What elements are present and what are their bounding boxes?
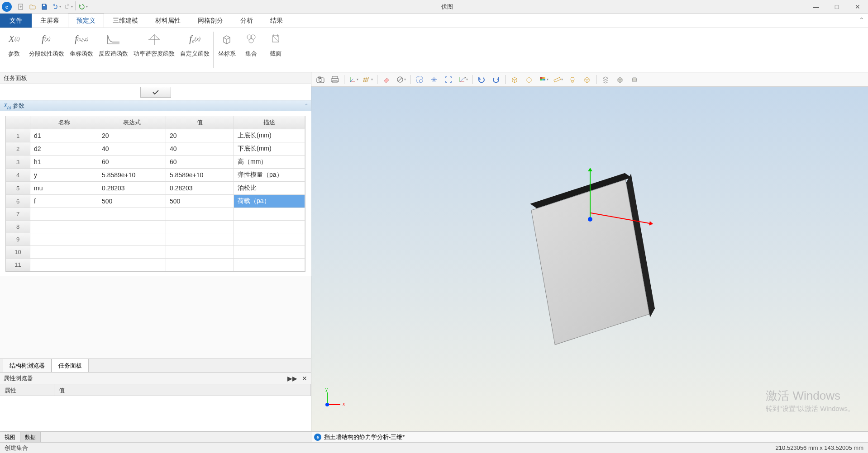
close-icon[interactable]: ✕ <box>302 375 307 382</box>
param-value-cell[interactable]: 5.8589e+10 <box>166 169 234 182</box>
empty-cell[interactable] <box>98 259 166 271</box>
heatmap-icon[interactable]: ▾ <box>537 74 550 85</box>
tab-task-panel[interactable]: 任务面板 <box>52 359 89 373</box>
3d-viewport[interactable]: 激活 Windows 转到"设置"以激活 Windows。 <box>311 87 868 431</box>
undo-icon[interactable]: ▾ <box>51 1 62 12</box>
ribbon-set[interactable]: 集合 <box>239 29 263 71</box>
col-header-description[interactable]: 描述 <box>234 116 305 129</box>
zoom-window-icon[interactable] <box>413 74 426 85</box>
minimize-button[interactable]: — <box>806 0 826 14</box>
redo-icon[interactable]: ▾ <box>62 1 73 12</box>
param-expr-cell[interactable]: 40 <box>98 142 166 156</box>
empty-cell[interactable] <box>98 233 166 246</box>
light-icon[interactable] <box>566 74 579 85</box>
parameters-section-header[interactable]: X(t) 参数 ⌃ <box>0 100 311 111</box>
empty-cell[interactable] <box>98 246 166 259</box>
empty-cell[interactable] <box>166 221 234 233</box>
ribbon-response-spectrum[interactable]: 反应谱函数 <box>96 29 131 71</box>
empty-cell[interactable] <box>98 221 166 233</box>
param-value-cell[interactable]: 0.28203 <box>166 182 234 195</box>
tab-material[interactable]: 材料属性 <box>147 14 189 28</box>
param-desc-cell[interactable]: 弹性模量（pa） <box>234 169 305 182</box>
empty-cell[interactable] <box>234 221 305 233</box>
layers-icon[interactable] <box>599 74 612 85</box>
tab-file[interactable]: 文件 <box>0 14 32 28</box>
document-name[interactable]: 挡土墙结构的静力学分析-三维* <box>324 433 405 441</box>
forbidden-icon[interactable]: ▾ <box>395 74 407 85</box>
param-expr-cell[interactable]: 500 <box>98 195 166 208</box>
empty-cell[interactable] <box>234 208 305 221</box>
tab-results[interactable]: 结果 <box>262 14 291 28</box>
prop-col-value[interactable]: 值 <box>54 384 311 396</box>
chevron-up-icon[interactable]: ⌃ <box>305 103 308 108</box>
isometric-icon[interactable] <box>614 74 626 85</box>
redo-view-icon[interactable] <box>490 74 502 85</box>
empty-cell[interactable] <box>234 246 305 259</box>
param-value-cell[interactable]: 20 <box>166 129 234 142</box>
maximize-button[interactable]: □ <box>826 0 847 14</box>
param-value-cell[interactable]: 40 <box>166 142 234 156</box>
ribbon-parameters[interactable]: X(t) 参数 <box>2 29 26 71</box>
param-desc-cell[interactable]: 荷载（pa） <box>234 195 305 208</box>
param-name-cell[interactable]: mu <box>30 182 98 195</box>
ribbon-section[interactable]: 截面 <box>263 29 288 71</box>
box-select-dashed-icon[interactable] <box>523 74 535 85</box>
grid-icon[interactable]: ▾ <box>362 74 374 85</box>
ribbon-piecewise-linear[interactable]: f(x). 分段线性函数 <box>26 29 67 71</box>
box-select-icon[interactable] <box>508 74 521 85</box>
tab-3d-modeling[interactable]: 三维建模 <box>104 14 147 28</box>
pan-icon[interactable] <box>428 74 440 85</box>
confirm-button[interactable] <box>140 87 171 98</box>
tab-structure-tree[interactable]: 结构树浏览器 <box>3 359 52 373</box>
open-folder-icon[interactable] <box>27 1 38 12</box>
empty-cell[interactable] <box>30 221 98 233</box>
refresh-icon[interactable]: ▾ <box>77 1 88 12</box>
ruler-icon[interactable]: ▾ <box>552 74 564 85</box>
tab-predefined[interactable]: 预定义 <box>68 14 104 28</box>
empty-cell[interactable] <box>30 208 98 221</box>
tab-main-screen[interactable]: 主屏幕 <box>32 14 68 28</box>
perspective-icon[interactable] <box>628 74 641 85</box>
param-desc-cell[interactable]: 上底长(mm) <box>234 129 305 142</box>
empty-cell[interactable] <box>166 233 234 246</box>
col-header-name[interactable]: 名称 <box>30 116 98 129</box>
param-name-cell[interactable]: d1 <box>30 129 98 142</box>
tab-analysis[interactable]: 分析 <box>232 14 262 28</box>
undo-view-icon[interactable] <box>475 74 488 85</box>
ribbon-custom-function[interactable]: fa(x) 自定义函数 <box>177 29 212 71</box>
prop-col-name[interactable]: 属性 <box>0 384 54 396</box>
fast-forward-icon[interactable]: ▶▶ <box>287 375 297 382</box>
empty-cell[interactable] <box>234 233 305 246</box>
col-header-value[interactable]: 值 <box>166 116 234 129</box>
new-file-icon[interactable]: + <box>15 1 26 12</box>
print-icon[interactable] <box>329 74 341 85</box>
empty-cell[interactable] <box>166 246 234 259</box>
cube-wire-icon[interactable] <box>581 74 593 85</box>
empty-cell[interactable] <box>98 208 166 221</box>
empty-cell[interactable] <box>166 259 234 271</box>
param-name-cell[interactable]: h1 <box>30 156 98 169</box>
ribbon-coordinate-system[interactable]: 坐标系 <box>215 29 239 71</box>
param-value-cell[interactable]: 60 <box>166 156 234 169</box>
param-expr-cell[interactable]: 5.8589e+10 <box>98 169 166 182</box>
axis-toggle-icon[interactable]: ▾ <box>347 74 360 85</box>
eraser-icon[interactable] <box>380 74 393 85</box>
camera-icon[interactable] <box>314 74 327 85</box>
save-icon[interactable] <box>39 1 50 12</box>
ribbon-psd-function[interactable]: 功率谱密度函数 <box>131 29 177 71</box>
empty-cell[interactable] <box>234 259 305 271</box>
prop-tab-view[interactable]: 视图 <box>0 432 20 442</box>
param-name-cell[interactable]: y <box>30 169 98 182</box>
empty-cell[interactable] <box>30 233 98 246</box>
param-expr-cell[interactable]: 20 <box>98 129 166 142</box>
ribbon-coordinate-function[interactable]: f(x,y,z) 坐标函数 <box>67 29 96 71</box>
col-header-expression[interactable]: 表达式 <box>98 116 166 129</box>
tab-mesh[interactable]: 网格剖分 <box>189 14 232 28</box>
param-desc-cell[interactable]: 泊松比 <box>234 182 305 195</box>
empty-cell[interactable] <box>30 246 98 259</box>
param-name-cell[interactable]: f <box>30 195 98 208</box>
empty-cell[interactable] <box>166 208 234 221</box>
param-desc-cell[interactable]: 高（mm） <box>234 156 305 169</box>
empty-cell[interactable] <box>30 259 98 271</box>
param-expr-cell[interactable]: 60 <box>98 156 166 169</box>
